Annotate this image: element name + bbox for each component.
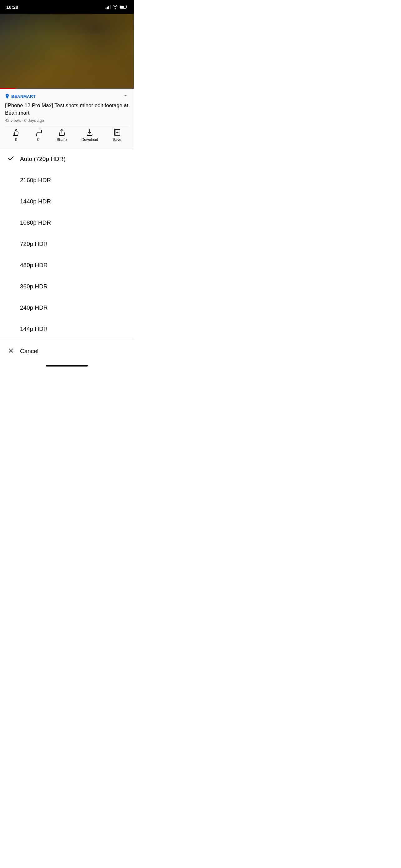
quality-option-360p[interactable]: 360p HDR [0, 276, 134, 297]
like-count: 0 [15, 137, 17, 142]
quality-option-144p[interactable]: 144p HDR [0, 318, 134, 340]
video-title: [iPhone 12 Pro Max] Test shots minor edi… [5, 102, 129, 117]
svg-rect-3 [110, 5, 111, 9]
quality-label-1080p: 1080p HDR [20, 219, 51, 226]
location-icon [5, 94, 9, 99]
video-meta: 42 views · 6 days ago [5, 118, 129, 123]
channel-name[interactable]: BEANMART [5, 94, 36, 99]
quality-label-1440p: 1440p HDR [20, 198, 51, 205]
progress-bar [0, 88, 134, 89]
battery-icon [120, 4, 127, 10]
download-button[interactable]: Download [81, 129, 98, 142]
dislike-button[interactable]: 0 [35, 129, 42, 142]
action-bar: 0 0 Share Download [5, 126, 129, 146]
home-bar [46, 365, 88, 367]
signal-icon [106, 4, 111, 10]
download-label: Download [81, 137, 98, 142]
check-icon [7, 155, 20, 163]
channel-row: BEANMART [5, 92, 129, 100]
video-thumbnail[interactable] [0, 14, 134, 89]
progress-fill [0, 88, 16, 89]
quality-label-auto: Auto (720p HDR) [20, 156, 66, 162]
quality-option-480p[interactable]: 480p HDR [0, 255, 134, 276]
quality-label-360p: 360p HDR [20, 283, 48, 290]
close-icon [7, 347, 20, 355]
dislike-count: 0 [37, 137, 39, 142]
quality-label-240p: 240p HDR [20, 304, 48, 311]
svg-rect-1 [107, 6, 108, 9]
quality-option-auto[interactable]: Auto (720p HDR) [0, 148, 134, 170]
svg-rect-5 [120, 6, 124, 8]
status-bar: 10:28 [0, 0, 134, 14]
status-time: 10:28 [6, 4, 18, 10]
quality-label-144p: 144p HDR [20, 326, 48, 333]
home-indicator [0, 363, 134, 370]
quality-label-480p: 480p HDR [20, 262, 48, 269]
share-icon [58, 129, 66, 136]
svg-rect-2 [108, 6, 109, 9]
quality-option-2160p[interactable]: 2160p HDR [0, 170, 134, 191]
save-button[interactable]: Save [113, 129, 121, 142]
thumbs-down-icon [35, 129, 42, 136]
quality-label-720p: 720p HDR [20, 241, 48, 247]
quality-option-240p[interactable]: 240p HDR [0, 297, 134, 318]
download-icon [86, 129, 93, 136]
like-button[interactable]: 0 [12, 129, 20, 142]
share-label: Share [57, 137, 67, 142]
thumbs-up-icon [12, 129, 20, 136]
svg-rect-0 [106, 7, 106, 9]
status-icons [106, 4, 127, 10]
save-icon [113, 129, 121, 136]
quality-option-1440p[interactable]: 1440p HDR [0, 191, 134, 212]
chevron-down-icon[interactable] [123, 92, 129, 100]
save-label: Save [113, 137, 121, 142]
share-button[interactable]: Share [57, 129, 67, 142]
cancel-button[interactable]: Cancel [0, 340, 134, 363]
quality-list: Auto (720p HDR) 2160p HDR 1440p HDR 1080… [0, 148, 134, 340]
video-info: BEANMART [iPhone 12 Pro Max] Test shots … [0, 89, 134, 148]
wifi-icon [113, 4, 118, 10]
quality-option-720p[interactable]: 720p HDR [0, 234, 134, 255]
quality-label-2160p: 2160p HDR [20, 177, 51, 184]
cancel-label: Cancel [20, 348, 38, 354]
quality-option-1080p[interactable]: 1080p HDR [0, 212, 134, 234]
